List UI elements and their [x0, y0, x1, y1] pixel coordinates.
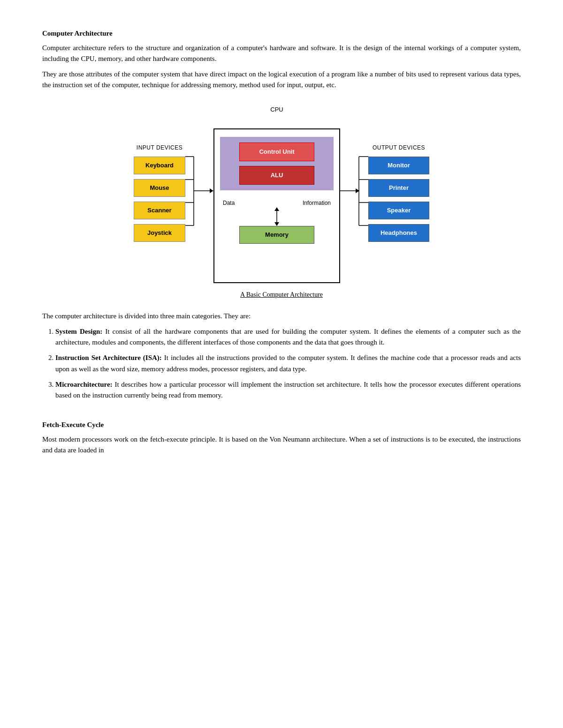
input-arrow-area: [185, 148, 213, 251]
input-boxes-list: Keyboard Mouse Scanner Joystick: [134, 157, 185, 242]
cpu-inner: Control Unit ALU: [220, 137, 334, 190]
cpu-label: CPU: [213, 105, 340, 114]
svg-marker-9: [274, 222, 279, 226]
input-mouse: Mouse: [134, 179, 185, 197]
information-label: Information: [303, 199, 331, 207]
control-unit-box: Control Unit: [239, 143, 314, 161]
list-item-2-bold: Instruction Set Architecture (ISA):: [55, 354, 162, 361]
list-item-3-text: It describes how a particular processor …: [55, 381, 521, 399]
output-arrow-area: [340, 148, 368, 251]
alu-box: ALU: [239, 166, 314, 185]
list-item-isa: Instruction Set Architecture (ISA): It i…: [55, 353, 521, 375]
section-computer-architecture: Computer Architecture Computer architect…: [42, 28, 521, 91]
list-item-system-design: System Design: It consist of all the har…: [55, 326, 521, 348]
output-connector-svg: [340, 148, 368, 251]
memory-box: Memory: [239, 226, 314, 244]
diagram-caption: A Basic Computer Architecture: [240, 290, 323, 300]
list-item-1-text: It consist of all the hardware component…: [55, 328, 521, 346]
vertical-arrow-svg: [272, 207, 282, 226]
list-item-3-bold: Microarchitecture:: [55, 381, 113, 388]
para1-computer-architecture: Computer architecture refers to the stru…: [42, 43, 521, 65]
input-devices-column: INPUT DEVICES Keyboard Mouse Scanner Joy…: [134, 143, 185, 242]
output-devices-label: OUTPUT DEVICES: [373, 143, 425, 152]
cpu-block-wrapper: CPU Control Unit ALU Data Information: [213, 115, 340, 283]
memory-section: Memory: [214, 226, 339, 249]
data-label: Data: [223, 199, 235, 207]
computer-architecture-diagram: INPUT DEVICES Keyboard Mouse Scanner Joy…: [42, 102, 521, 300]
output-printer: Printer: [368, 179, 429, 197]
svg-marker-6: [210, 188, 213, 193]
intro-categories: The computer architecture is divided int…: [42, 311, 521, 322]
input-joystick: Joystick: [134, 224, 185, 242]
vertical-arrow-area: [214, 207, 339, 226]
svg-marker-8: [274, 207, 279, 211]
output-boxes-list: Monitor Printer Speaker Headphones: [368, 157, 429, 242]
section-title-computer-architecture: Computer Architecture: [42, 28, 521, 39]
input-devices-label: INPUT DEVICES: [137, 143, 183, 152]
categories-list: System Design: It consist of all the har…: [55, 326, 521, 401]
para2-computer-architecture: They are those attributes of the compute…: [42, 69, 521, 91]
data-info-row: Data Information: [214, 195, 339, 207]
output-headphones: Headphones: [368, 224, 429, 242]
list-item-1-bold: System Design:: [55, 328, 102, 335]
output-monitor: Monitor: [368, 157, 429, 174]
input-connector-svg: [185, 148, 213, 251]
input-scanner: Scanner: [134, 202, 185, 219]
para1-fetch-execute: Most modern processors work on the fetch…: [42, 434, 521, 456]
list-item-microarchitecture: Microarchitecture: It describes how a pa…: [55, 379, 521, 401]
cpu-block: Control Unit ALU Data Information: [213, 128, 340, 283]
section-fetch-execute: Fetch-Execute Cycle Most modern processo…: [42, 420, 521, 456]
section-title-fetch-execute: Fetch-Execute Cycle: [42, 420, 521, 430]
output-speaker: Speaker: [368, 202, 429, 219]
input-keyboard: Keyboard: [134, 157, 185, 174]
output-devices-column: OUTPUT DEVICES Monitor Printer Speaker H…: [368, 143, 429, 242]
